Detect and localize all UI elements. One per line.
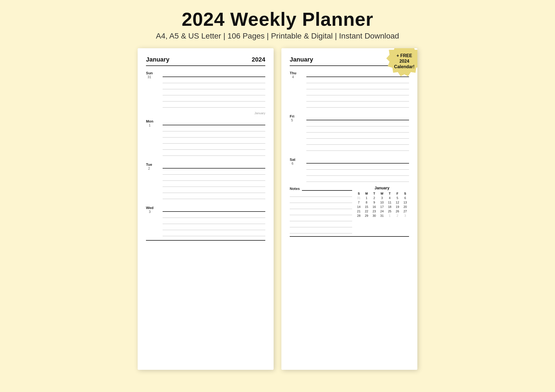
badge-star-shape: + FREE 2024 Calendar! [386,48,417,79]
day-sat: Sat 6 [290,155,409,184]
right-page: + FREE 2024 Calendar! January Thu 4 [281,48,417,370]
month-watermark: January [146,110,265,115]
day-label-fri: Fri 5 [290,114,294,122]
day-mon: Mon 1 [146,116,265,157]
day-label-wed: Wed 3 [146,206,153,214]
day-lines-wed [163,203,265,236]
left-page: January 2024 Sun 31 January [138,48,274,370]
left-month: January [146,56,169,63]
free-badge: + FREE 2024 Calendar! [386,48,417,79]
day-label-thu: Thu 4 [290,71,296,79]
pages-container: January 2024 Sun 31 January [138,48,417,370]
day-fri: Fri 5 [290,111,409,152]
right-month: January [290,56,313,63]
day-lines-tue [163,160,265,199]
main-title: 2024 Weekly Planner [156,8,399,30]
mini-cal-table: S M T W T F S 31123456789101112131415161… [355,191,409,218]
day-label-sun: Sun 31 [146,71,153,79]
day-lines-sat [306,155,409,182]
left-top-divider [146,65,265,66]
day-sun: Sun 31 [146,68,265,109]
notes-calendar-row: Notes January [290,186,409,233]
right-bottom-divider [290,236,409,237]
left-bottom-divider [146,240,265,241]
badge-text: + FREE 2024 Calendar! [394,53,415,70]
page-header: 2024 Weekly Planner A4, A5 & US Letter |… [156,8,399,40]
notes-label: Notes [290,187,300,191]
day-label-tue: Tue 2 [146,162,152,170]
left-page-header: January 2024 [146,56,265,63]
day-lines-mon [163,116,265,156]
day-tue: Tue 2 [146,160,265,201]
mini-calendar: January S M T W T F S 31 [355,186,409,218]
day-lines-fri [306,111,409,151]
day-lines-sun [163,68,265,108]
left-year: 2024 [252,56,265,63]
day-label-sat: Sat 6 [290,157,295,166]
notes-section: Notes [290,186,352,233]
sub-title: A4, A5 & US Letter | 106 Pages | Printab… [156,32,399,40]
day-label-mon: Mon 1 [146,119,153,127]
mini-cal-month: January [355,186,409,190]
day-wed: Wed 3 [146,203,265,238]
